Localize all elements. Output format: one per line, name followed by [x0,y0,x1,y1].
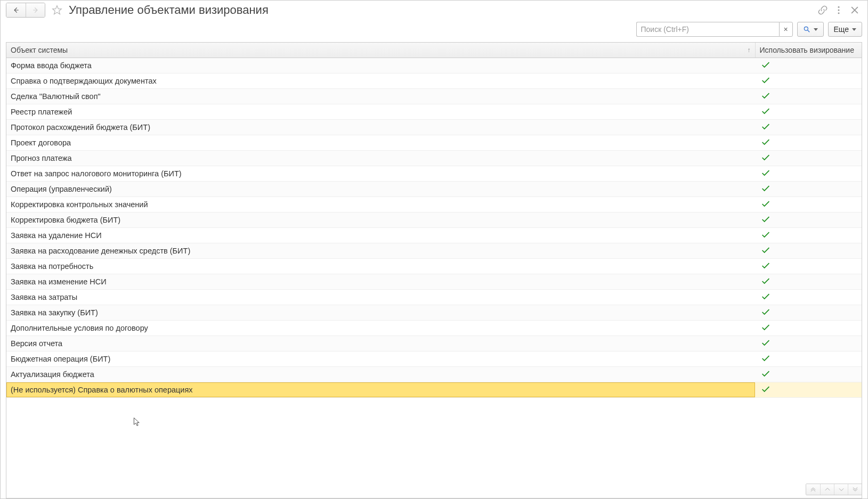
cell-object: Версия отчета [6,336,755,351]
search-input[interactable] [636,22,779,37]
cell-object: Сделка "Валютный своп" [6,89,755,104]
search-clear-button[interactable]: × [779,22,793,37]
title-actions [817,5,862,15]
scroll-bottom-button[interactable] [848,484,862,495]
check-icon [761,339,770,348]
table-row[interactable]: Корректировка контрольных значений [6,197,862,212]
cell-use [755,274,862,290]
table-row[interactable]: Заявка на изменение НСИ [6,274,862,290]
table-row[interactable]: Сделка "Валютный своп" [6,89,862,104]
scroll-up-button[interactable] [820,484,834,495]
cell-use [755,73,862,89]
table-row[interactable]: Корректировка бюджета (БИТ) [6,212,862,228]
table-row[interactable]: Заявка на расходование денежных средств … [6,243,862,259]
chevron-down-icon [814,28,818,31]
link-icon [817,5,828,15]
x-icon: × [783,25,788,34]
double-up-icon [810,487,816,492]
titlebar: Управление объектами визирования [1,1,867,19]
cell-use [755,305,862,321]
more-button[interactable]: Еще [828,22,863,37]
cell-use [755,367,862,382]
forward-button[interactable] [26,3,45,17]
more-options-button[interactable] [833,5,844,15]
cell-object: Заявка на затраты [6,290,755,305]
cell-use [755,104,862,120]
scroll-buttons [806,484,862,495]
cell-use [755,58,862,73]
sort-ascending-icon: ↑ [748,46,751,54]
close-button[interactable] [849,5,860,15]
window: Управление объектами визирования × Еще [0,0,868,499]
close-icon [849,5,860,15]
down-icon [838,487,845,492]
dots-vertical-icon [833,5,844,15]
favorite-button[interactable] [51,4,63,17]
cell-use [755,166,862,182]
check-icon [761,216,770,225]
svg-line-9 [807,30,809,32]
check-icon [761,386,770,395]
arrow-left-icon [12,6,20,14]
table-row[interactable]: Заявка на потребность [6,259,862,274]
check-icon [761,262,770,271]
double-down-icon [852,487,858,492]
table-row[interactable]: Заявка на затраты [6,290,862,305]
cell-use [755,151,862,166]
cell-use [755,135,862,151]
cell-object: Заявка на закупку (БИТ) [6,305,755,321]
table-row[interactable]: Актуализация бюджета [6,367,862,382]
cell-object: Справка о подтверждающих документах [6,73,755,89]
table-row[interactable]: (Не используется) Справка о валютных опе… [6,382,862,398]
link-button[interactable] [817,5,828,15]
table: Объект системы ↑ Использовать визировани… [6,42,862,498]
cell-object: Дополнительные условия по договору [6,321,755,336]
arrow-right-icon [32,6,39,14]
check-icon [761,61,770,70]
cell-use [755,321,862,336]
table-row[interactable]: Бюджетная операция (БИТ) [6,351,862,367]
chevron-down-icon [852,28,856,31]
check-icon [761,185,770,194]
cell-use [755,197,862,212]
table-row[interactable]: Протокол расхождений бюджета (БИТ) [6,120,862,135]
cell-use [755,259,862,274]
scroll-top-button[interactable] [806,484,820,495]
search-wrap: × [636,22,793,37]
check-icon [761,108,770,117]
back-button[interactable] [6,3,26,17]
table-row[interactable]: Справка о подтверждающих документах [6,73,862,89]
table-row[interactable]: Заявка на удаление НСИ [6,228,862,243]
table-row[interactable]: Ответ на запрос налогового мониторинга (… [6,166,862,182]
svg-marker-2 [53,6,62,14]
cell-object: Протокол расхождений бюджета (БИТ) [6,120,755,135]
cell-object: (Не используется) Справка о валютных опе… [6,382,755,398]
svg-point-8 [804,27,808,30]
scroll-down-button[interactable] [834,484,848,495]
cell-use [755,382,862,398]
svg-point-3 [838,6,840,8]
cell-use [755,228,862,243]
search-button[interactable] [797,22,824,37]
table-row[interactable]: Проект договора [6,135,862,151]
cell-use [755,290,862,305]
svg-point-5 [838,12,840,14]
table-row[interactable]: Заявка на закупку (БИТ) [6,305,862,321]
cell-object: Прогноз платежа [6,151,755,166]
cell-object: Бюджетная операция (БИТ) [6,351,755,367]
table-row[interactable]: Прогноз платежа [6,151,862,166]
table-row[interactable]: Дополнительные условия по договору [6,321,862,336]
table-row[interactable]: Версия отчета [6,336,862,351]
cell-object: Ответ на запрос налогового мониторинга (… [6,166,755,182]
column-header-object[interactable]: Объект системы ↑ [6,43,755,58]
nav-group [6,3,45,18]
check-icon [761,277,770,287]
cell-use [755,243,862,259]
star-icon [52,5,62,15]
cell-object: Заявка на расходование денежных средств … [6,243,755,259]
column-header-use[interactable]: Использовать визирование [755,43,862,58]
table-row[interactable]: Реестр платежей [6,104,862,120]
check-icon [761,293,770,302]
table-row[interactable]: Форма ввода бюджета [6,58,862,73]
table-row[interactable]: Операция (управленческий) [6,182,862,197]
